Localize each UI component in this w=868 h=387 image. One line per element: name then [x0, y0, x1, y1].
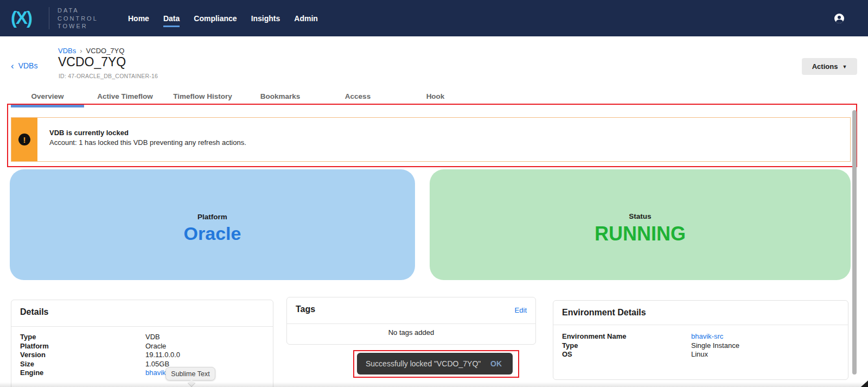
locked-warning-banner: ! VDB is currently locked Account: 1 has…	[11, 117, 851, 162]
details-card-title: Details	[20, 307, 48, 317]
top-navbar: (X) DATACONTROLTOWER HomeDataComplianceI…	[0, 0, 868, 36]
nav-item-compliance[interactable]: Compliance	[194, 0, 237, 36]
row-label: OS	[562, 350, 691, 359]
actions-button[interactable]: Actions ▼	[802, 58, 857, 75]
caret-down-icon: ▼	[842, 64, 847, 69]
breadcrumb-current: VCDO_7YQ	[86, 47, 125, 55]
tags-card: Tags Edit No tags added	[286, 297, 536, 345]
table-row: OSLinux	[562, 350, 841, 359]
row-label: Engine	[20, 369, 145, 378]
breadcrumb: VDBs›VCDO_7YQ	[58, 47, 124, 55]
platform-label: Platform	[197, 213, 227, 221]
tab-bookmarks[interactable]: Bookmarks	[241, 91, 319, 107]
status-summary-card: Status RUNNING	[430, 169, 851, 280]
row-label: Type	[20, 333, 145, 342]
table-row: TypeVDB	[20, 333, 266, 342]
scrollbar-thumb[interactable]	[852, 110, 857, 375]
tab-hook[interactable]: Hook	[397, 91, 474, 107]
tab-timeflow-history[interactable]: Timeflow History	[164, 91, 241, 107]
brand-line: DATA	[58, 7, 98, 15]
row-label: Size	[20, 360, 145, 369]
divider	[11, 326, 273, 327]
status-badge: RUNNING	[595, 223, 686, 245]
row-value: Linux	[691, 350, 708, 359]
row-value: 19.11.0.0.0	[145, 351, 180, 360]
tab-active-timeflow[interactable]: Active Timeflow	[86, 91, 164, 107]
table-row: TypeSingle Instance	[562, 341, 841, 351]
brand-wordmark: DATACONTROLTOWER	[58, 7, 98, 30]
toast-message: Successfully locked "VCDO_7YQ"	[366, 359, 490, 368]
status-label: Status	[629, 212, 651, 220]
back-link-label: VDBs	[18, 61, 38, 70]
table-row: Size1.05GB	[20, 360, 266, 369]
brand-line: CONTROL	[58, 15, 98, 23]
chevron-left-icon: ‹	[11, 61, 14, 71]
environment-card-title: Environment Details	[562, 308, 646, 318]
warning-strip: !	[11, 118, 37, 161]
row-value: VDB	[145, 333, 160, 342]
table-row: Version19.11.0.0.0	[20, 351, 266, 360]
main-nav: HomeDataComplianceInsightsAdmin	[128, 0, 318, 36]
row-value: Oracle	[145, 342, 166, 351]
details-card: Details TypeVDBPlatformOracleVersion19.1…	[11, 300, 273, 387]
table-row: PlatformOracle	[20, 342, 266, 351]
actions-button-label: Actions	[812, 62, 838, 71]
divider	[553, 325, 848, 325]
toast-ok-button[interactable]: OK	[490, 359, 502, 368]
os-dock-tooltip: Sublime Text	[165, 367, 215, 380]
back-to-vdbs-link[interactable]: ‹VDBs	[11, 61, 37, 72]
row-label: Environment Name	[562, 332, 691, 341]
tab-access[interactable]: Access	[319, 91, 397, 107]
user-account-icon[interactable]	[834, 14, 844, 23]
nav-item-data[interactable]: Data	[163, 0, 180, 36]
tags-card-title: Tags	[296, 304, 315, 314]
row-label: Version	[20, 351, 145, 360]
app-page: (X) DATACONTROLTOWER HomeDataComplianceI…	[0, 0, 868, 387]
table-row: Enginebhavik-	[20, 369, 266, 378]
environment-details-card: Environment Details Environment Namebhav…	[553, 300, 848, 380]
divider	[287, 323, 535, 324]
nav-item-admin[interactable]: Admin	[294, 0, 318, 36]
row-value-link[interactable]: bhavik-src	[691, 332, 723, 341]
details-rows: TypeVDBPlatformOracleVersion19.11.0.0.0S…	[20, 333, 266, 378]
brand-logo-icon[interactable]: (X)	[11, 8, 31, 28]
brand-divider	[49, 7, 49, 29]
tab-overview[interactable]: Overview	[9, 91, 86, 107]
warning-message: Account: 1 has locked this VDB preventin…	[49, 138, 246, 147]
tab-bar: OverviewActive TimeflowTimeflow HistoryB…	[9, 91, 474, 107]
exclamation-icon: !	[18, 134, 30, 145]
row-value: 1.05GB	[145, 360, 169, 369]
environment-rows: Environment Namebhavik-srcTypeSingle Ins…	[562, 332, 841, 359]
warning-title: VDB is currently locked	[49, 129, 129, 137]
breadcrumb-parent-link[interactable]: VDBs	[58, 47, 76, 55]
edit-tags-link[interactable]: Edit	[515, 306, 527, 314]
success-toast: Successfully locked "VCDO_7YQ" OK	[357, 353, 513, 375]
mouse-cursor	[860, 379, 868, 387]
no-tags-message: No tags added	[287, 328, 535, 337]
vdb-id-label: ID: 47-ORACLE_DB_CONTAINER-16	[59, 73, 158, 79]
breadcrumb-separator: ›	[80, 47, 82, 55]
row-value: Single Instance	[691, 341, 739, 351]
brand-line: TOWER	[58, 22, 98, 30]
row-label: Type	[562, 341, 691, 351]
nav-item-insights[interactable]: Insights	[251, 0, 280, 36]
page-title: VCDO_7YQ	[58, 55, 126, 69]
platform-summary-card: Platform Oracle	[10, 169, 415, 280]
row-label: Platform	[20, 342, 145, 351]
row-value-link[interactable]: bhavik-	[145, 369, 168, 378]
table-row: Environment Namebhavik-src	[562, 332, 841, 341]
nav-item-home[interactable]: Home	[128, 0, 149, 36]
platform-value: Oracle	[184, 223, 241, 244]
